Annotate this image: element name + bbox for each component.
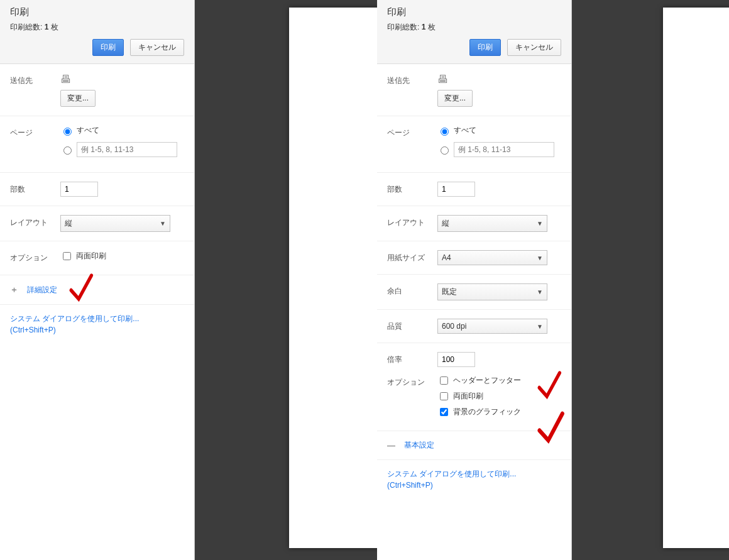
print-button[interactable]: 印刷 [469, 39, 501, 56]
chevron-down-icon: ▼ [537, 323, 543, 330]
duplex-checkbox[interactable] [63, 252, 71, 260]
plus-icon: ＋ [10, 284, 18, 295]
layout-select[interactable]: 縦 ▼ [437, 215, 547, 232]
destination-label: 送信先 [10, 73, 60, 86]
margins-select[interactable]: 既定 ▼ [437, 283, 547, 300]
destination-label: 送信先 [387, 73, 437, 86]
minus-icon: — [387, 441, 395, 450]
chevron-down-icon: ▼ [160, 220, 166, 227]
change-destination-button[interactable]: 変更... [60, 90, 96, 107]
chevron-down-icon: ▼ [537, 288, 543, 295]
print-summary: 印刷総数: 1 枚 [10, 22, 184, 33]
paper-size-label: 用紙サイズ [387, 250, 437, 263]
copies-input[interactable] [60, 182, 98, 197]
print-button[interactable]: 印刷 [92, 39, 124, 56]
options-label: オプション [387, 375, 437, 388]
layout-select[interactable]: 縦 ▼ [60, 215, 170, 232]
system-dialog-link[interactable]: システム ダイアログを使用して印刷... [387, 469, 561, 480]
system-dialog-shortcut: (Ctrl+Shift+P) [387, 481, 561, 490]
print-summary: 印刷総数: 1 枚 [387, 22, 561, 33]
printer-icon: 🖶 [437, 73, 561, 86]
collapse-basic-toggle[interactable]: — 基本設定 [377, 431, 571, 460]
print-title: 印刷 [10, 6, 184, 18]
chevron-down-icon: ▼ [537, 220, 543, 227]
background-graphics-checkbox[interactable] [440, 408, 448, 416]
copies-input[interactable] [437, 182, 475, 197]
paper-size-select[interactable]: A4 ▼ [437, 250, 547, 265]
pages-custom-input[interactable] [77, 142, 177, 157]
copies-label: 部数 [387, 182, 437, 195]
printer-icon: 🖶 [60, 73, 184, 86]
header-footer-checkbox[interactable] [440, 376, 448, 385]
pages-label: ページ [10, 125, 60, 138]
preview-page: 日付 出回 21(火)22(水)23(木)24(金)25(土)26(日)27(月… [663, 8, 729, 548]
chevron-down-icon: ▼ [537, 255, 543, 261]
system-dialog-shortcut: (Ctrl+Shift+P) [10, 326, 184, 334]
pages-all-radio[interactable] [63, 128, 72, 136]
layout-label: レイアウト [10, 215, 60, 228]
pages-all-radio[interactable] [441, 128, 449, 136]
duplex-checkbox[interactable] [440, 392, 448, 400]
quality-label: 品質 [387, 319, 437, 332]
pages-label: ページ [387, 125, 437, 138]
copies-label: 部数 [10, 182, 60, 195]
preview-page: 日付 出回 21(火)22(水)23(木)24(金)25(土)26(日)27(月… [289, 8, 377, 548]
margins-label: 余白 [387, 283, 437, 297]
print-title: 印刷 [387, 6, 561, 18]
scale-label: 倍率 [387, 352, 437, 365]
cancel-button[interactable]: キャンセル [507, 39, 561, 56]
pages-custom-radio[interactable] [63, 146, 72, 155]
options-label: オプション [10, 250, 60, 263]
change-destination-button[interactable]: 変更... [437, 90, 473, 107]
cancel-button[interactable]: キャンセル [130, 39, 184, 56]
layout-label: レイアウト [387, 215, 437, 228]
pages-custom-input[interactable] [454, 142, 554, 157]
scale-input[interactable] [437, 352, 475, 367]
pages-custom-radio[interactable] [441, 146, 449, 155]
expand-advanced-toggle[interactable]: ＋ 詳細設定 [0, 275, 194, 305]
system-dialog-link[interactable]: システム ダイアログを使用して印刷... [10, 314, 184, 324]
quality-select[interactable]: 600 dpi ▼ [437, 319, 547, 334]
